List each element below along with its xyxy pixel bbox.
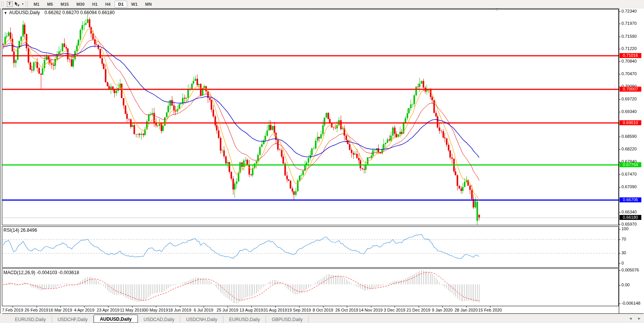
cursor-tool-button[interactable]: ▼ [14,1,24,7]
tabs-holder: EURUSD,DailyUSDCHF,DailyAUDUSD,DailyUSDC… [0,315,309,323]
tab-scroll-controls: ◄ ► [629,317,641,320]
date-label: 18 Jun 2019 [168,308,191,312]
level-price-label: 0.67754 [620,162,641,167]
toolbar-grip-handle[interactable] [1,2,3,7]
timeframe-button-m5[interactable]: M5 [44,1,56,8]
rsi-tick-label: 30 [621,250,626,255]
chart-tab-bar: EURUSD,DailyUSDCHF,DailyAUDUSD,DailyUSDC… [0,314,644,323]
dropdown-caret-icon: ▼ [21,3,24,5]
tab-item[interactable]: GBPUSD,Daily [266,316,309,323]
timeframe-group: M1M5M15M30H1H4D1W1MN [30,1,155,8]
date-label: 19 Sep 2019 [287,308,311,312]
price-tick-label: 0.65970 [621,222,637,226]
level-price-label: 0.70007 [620,87,641,92]
macd-tick-label: 0.00 [621,283,629,287]
price-tick-label: 0.67470 [621,172,637,176]
text-tool-button[interactable]: T [6,1,13,7]
timeframe-button-m15[interactable]: M15 [57,1,72,8]
date-label: 3 Dec 2019 [384,308,405,312]
date-label: 14 Nov 2019 [359,308,382,312]
date-label: 26 Oct 2019 [335,308,358,312]
tab-item-active[interactable]: AUDUSD,Daily [94,315,138,323]
level-price-label: 0.69010 [620,120,641,125]
timeframe-button-m30[interactable]: M30 [73,1,88,8]
chart-title: ▼AUDUSD,Daily0.66262 0.66270 0.66094 0.6… [4,10,115,15]
date-label: 30 May 2019 [144,308,168,312]
timeframe-button-m1[interactable]: M1 [30,1,43,8]
date-label: 4 Apr 2019 [74,308,94,312]
timeframe-button-d1[interactable]: D1 [115,1,127,8]
date-label: 13 Aug 2019 [239,308,263,312]
collapse-triangle-icon[interactable]: ▼ [4,11,7,15]
date-label: 28 Jan 2020 [455,308,478,312]
date-label: 26 Feb 2019 [25,308,49,312]
tab-item[interactable]: EURUSD,Daily [223,316,266,323]
price-tick-label: 0.69720 [621,97,637,101]
level-price-label: 0.71016 [620,53,641,58]
date-label: 25 Jul 2019 [217,308,238,312]
quote-values: 0.66262 0.66270 0.66094 0.66180 [45,10,115,15]
date-label: 31 Aug 2019 [264,308,287,312]
tab-item[interactable]: EURUSD,Daily [9,316,52,323]
text-tool-icon: T [7,1,13,7]
price-tick-label: 0.67090 [621,184,637,189]
timeframe-button-h4[interactable]: H4 [102,1,114,8]
tab-scroll-left-icon[interactable]: ◄ [629,317,632,320]
level-price-label: 0.66706 [620,197,641,202]
price-tick-label: 0.68220 [621,147,637,151]
date-label: 9 Jan 2020 [432,308,453,312]
rsi-tick-label: 0 [621,261,624,265]
price-tick-label: 0.71220 [621,46,637,51]
date-label: 16 Mar 2019 [49,308,72,312]
date-label: 15 Feb 2020 [478,308,502,312]
tab-item[interactable]: USDCHF,Daily [52,316,94,323]
tab-item[interactable]: USDCNH,Daily [180,316,223,323]
rsi-tick-label: 70 [621,237,626,241]
tab-item[interactable]: USDCAD,Daily [138,316,181,323]
date-label: 23 Apr 2019 [97,308,119,312]
date-label: 11 May 2019 [120,308,144,312]
price-tick-label: 0.71590 [621,34,637,39]
price-tick-label: 0.68590 [621,134,637,139]
current-price-label: 0.66180 [620,215,641,220]
price-tick-label: 0.71970 [621,21,637,26]
toolbar: T ▼ M1M5M15M30H1H4D1W1MN [0,0,644,8]
timeframe-button-mn[interactable]: MN [142,1,155,8]
date-label: 21 Dec 2019 [406,308,430,312]
chart-canvas[interactable] [0,0,644,323]
macd-header: MACD(12,26,9) -0.004103 -0.003618 [3,270,79,275]
cursor-arrows-icon [14,2,20,6]
tab-scroll-right-icon[interactable]: ► [638,317,641,320]
price-tick-label: 0.72340 [621,9,637,13]
mt4-window: { "toolbar": { "text_tool_label": "T", "… [0,0,644,323]
price-tick-label: 0.66340 [621,210,637,214]
price-tick-label: 0.69340 [621,109,637,114]
rsi-header: RSI(14) 26.8496 [3,228,37,233]
date-label: 8 Oct 2019 [313,308,333,312]
symbol-label: AUDUSD,Daily [9,10,40,15]
timeframe-button-w1[interactable]: W1 [128,1,141,8]
timeframe-button-h1[interactable]: H1 [89,1,101,8]
macd-tick-label: 0.005076 [621,268,639,272]
date-label: 6 Jul 2019 [194,308,214,312]
rsi-tick-label: 100 [621,226,628,231]
price-tick-label: 0.70840 [621,59,637,63]
toolbar-grip-handle[interactable] [26,2,28,7]
date-label: 7 Feb 2019 [2,308,23,312]
macd-tick-label: -0.006148 [621,301,641,305]
price-tick-label: 0.70470 [621,71,637,76]
